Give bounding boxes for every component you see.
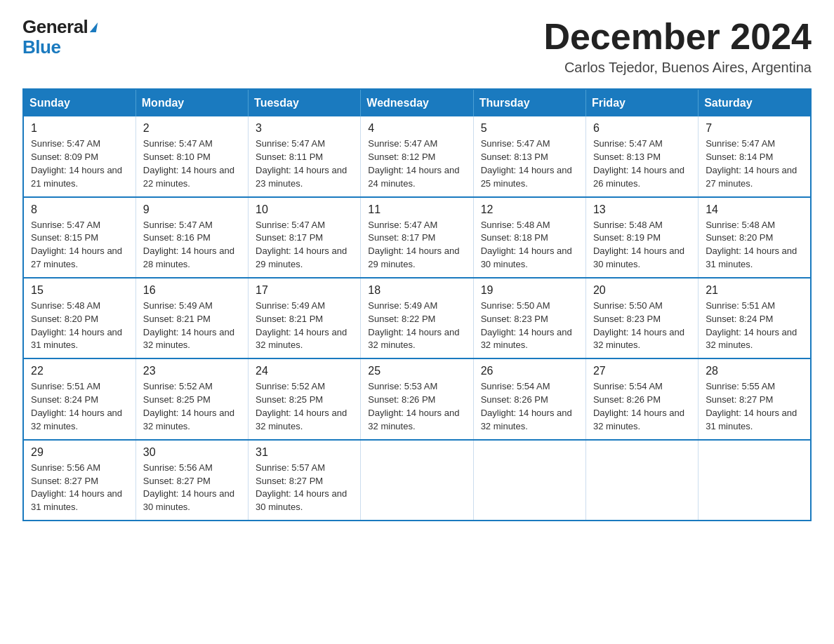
day-info: Sunrise: 5:48 AM Sunset: 8:18 PM Dayligh…: [481, 219, 578, 271]
calendar-cell: 27 Sunrise: 5:54 AM Sunset: 8:26 PM Dayl…: [585, 358, 698, 439]
weekday-header-thursday: Thursday: [473, 89, 585, 116]
day-info: Sunrise: 5:48 AM Sunset: 8:19 PM Dayligh…: [593, 219, 691, 271]
calendar-week-4: 22 Sunrise: 5:51 AM Sunset: 8:24 PM Dayl…: [23, 358, 811, 439]
page-header: General Blue December 2024 Carlos Tejedo…: [22, 17, 812, 76]
calendar-table: SundayMondayTuesdayWednesdayThursdayFrid…: [22, 88, 812, 521]
day-info: Sunrise: 5:50 AM Sunset: 8:23 PM Dayligh…: [593, 300, 691, 352]
day-number: 11: [368, 203, 465, 216]
day-number: 27: [593, 365, 691, 377]
day-number: 8: [31, 203, 128, 216]
day-info: Sunrise: 5:51 AM Sunset: 8:24 PM Dayligh…: [31, 380, 128, 433]
day-info: Sunrise: 5:47 AM Sunset: 8:12 PM Dayligh…: [368, 137, 465, 190]
calendar-cell: 2 Sunrise: 5:47 AM Sunset: 8:10 PM Dayli…: [135, 116, 248, 196]
calendar-cell: 26 Sunrise: 5:54 AM Sunset: 8:26 PM Dayl…: [473, 358, 585, 439]
calendar-cell: 4 Sunrise: 5:47 AM Sunset: 8:12 PM Dayli…: [361, 116, 473, 196]
day-info: Sunrise: 5:47 AM Sunset: 8:17 PM Dayligh…: [368, 219, 465, 271]
calendar-cell: 1 Sunrise: 5:47 AM Sunset: 8:09 PM Dayli…: [23, 116, 135, 196]
day-number: 15: [31, 284, 128, 297]
day-number: 7: [706, 122, 803, 135]
calendar-cell: 12 Sunrise: 5:48 AM Sunset: 8:18 PM Dayl…: [473, 197, 585, 278]
day-info: Sunrise: 5:54 AM Sunset: 8:26 PM Dayligh…: [481, 380, 578, 433]
day-number: 29: [31, 446, 128, 459]
day-number: 31: [256, 446, 353, 459]
day-number: 20: [593, 284, 691, 297]
location: Carlos Tejedor, Buenos Aires, Argentina: [543, 60, 812, 76]
calendar-cell: 10 Sunrise: 5:47 AM Sunset: 8:17 PM Dayl…: [249, 197, 361, 278]
day-info: Sunrise: 5:48 AM Sunset: 8:20 PM Dayligh…: [706, 219, 803, 271]
day-number: 4: [368, 122, 465, 135]
calendar-cell: 16 Sunrise: 5:49 AM Sunset: 8:21 PM Dayl…: [135, 278, 248, 358]
day-info: Sunrise: 5:47 AM Sunset: 8:09 PM Dayligh…: [31, 137, 128, 190]
calendar-header-row: SundayMondayTuesdayWednesdayThursdayFrid…: [23, 89, 811, 116]
calendar-cell: 7 Sunrise: 5:47 AM Sunset: 8:14 PM Dayli…: [699, 116, 811, 196]
calendar-cell: [699, 440, 811, 521]
calendar-cell: 8 Sunrise: 5:47 AM Sunset: 8:15 PM Dayli…: [23, 197, 135, 278]
calendar-cell: 15 Sunrise: 5:48 AM Sunset: 8:20 PM Dayl…: [23, 278, 135, 358]
weekday-header-saturday: Saturday: [699, 89, 811, 116]
calendar-cell: 9 Sunrise: 5:47 AM Sunset: 8:16 PM Dayli…: [135, 197, 248, 278]
calendar-cell: 30 Sunrise: 5:56 AM Sunset: 8:27 PM Dayl…: [135, 440, 248, 521]
calendar-cell: 28 Sunrise: 5:55 AM Sunset: 8:27 PM Dayl…: [699, 358, 811, 439]
day-number: 9: [143, 203, 241, 216]
day-number: 3: [256, 122, 353, 135]
month-title: December 2024: [543, 17, 812, 57]
logo-general-text: General: [22, 17, 97, 37]
logo-blue-text: Blue: [22, 37, 60, 58]
day-info: Sunrise: 5:47 AM Sunset: 8:13 PM Dayligh…: [481, 137, 578, 190]
day-number: 16: [143, 284, 241, 297]
calendar-cell: 11 Sunrise: 5:47 AM Sunset: 8:17 PM Dayl…: [361, 197, 473, 278]
day-info: Sunrise: 5:56 AM Sunset: 8:27 PM Dayligh…: [143, 462, 241, 514]
day-number: 6: [593, 122, 691, 135]
calendar-cell: 21 Sunrise: 5:51 AM Sunset: 8:24 PM Dayl…: [699, 278, 811, 358]
day-info: Sunrise: 5:52 AM Sunset: 8:25 PM Dayligh…: [256, 380, 353, 433]
weekday-header-sunday: Sunday: [23, 89, 135, 116]
day-number: 5: [481, 122, 578, 135]
logo: General Blue: [22, 17, 97, 57]
weekday-header-wednesday: Wednesday: [361, 89, 473, 116]
calendar-cell: 31 Sunrise: 5:57 AM Sunset: 8:27 PM Dayl…: [249, 440, 361, 521]
calendar-cell: 20 Sunrise: 5:50 AM Sunset: 8:23 PM Dayl…: [585, 278, 698, 358]
day-info: Sunrise: 5:51 AM Sunset: 8:24 PM Dayligh…: [706, 300, 803, 352]
day-info: Sunrise: 5:47 AM Sunset: 8:14 PM Dayligh…: [706, 137, 803, 190]
day-number: 19: [481, 284, 578, 297]
calendar-cell: 13 Sunrise: 5:48 AM Sunset: 8:19 PM Dayl…: [585, 197, 698, 278]
calendar-cell: 3 Sunrise: 5:47 AM Sunset: 8:11 PM Dayli…: [249, 116, 361, 196]
calendar-cell: 5 Sunrise: 5:47 AM Sunset: 8:13 PM Dayli…: [473, 116, 585, 196]
day-info: Sunrise: 5:49 AM Sunset: 8:22 PM Dayligh…: [368, 300, 465, 352]
day-info: Sunrise: 5:52 AM Sunset: 8:25 PM Dayligh…: [143, 380, 241, 433]
day-number: 14: [706, 203, 803, 216]
day-info: Sunrise: 5:56 AM Sunset: 8:27 PM Dayligh…: [31, 462, 128, 514]
calendar-cell: 14 Sunrise: 5:48 AM Sunset: 8:20 PM Dayl…: [699, 197, 811, 278]
day-number: 26: [481, 365, 578, 377]
day-info: Sunrise: 5:49 AM Sunset: 8:21 PM Dayligh…: [143, 300, 241, 352]
day-info: Sunrise: 5:48 AM Sunset: 8:20 PM Dayligh…: [31, 300, 128, 352]
weekday-header-monday: Monday: [135, 89, 248, 116]
calendar-cell: 17 Sunrise: 5:49 AM Sunset: 8:21 PM Dayl…: [249, 278, 361, 358]
day-number: 21: [706, 284, 803, 297]
day-info: Sunrise: 5:53 AM Sunset: 8:26 PM Dayligh…: [368, 380, 465, 433]
day-number: 2: [143, 122, 241, 135]
calendar-cell: 19 Sunrise: 5:50 AM Sunset: 8:23 PM Dayl…: [473, 278, 585, 358]
weekday-header-tuesday: Tuesday: [249, 89, 361, 116]
day-number: 10: [256, 203, 353, 216]
calendar-week-5: 29 Sunrise: 5:56 AM Sunset: 8:27 PM Dayl…: [23, 440, 811, 521]
calendar-cell: [361, 440, 473, 521]
calendar-cell: 6 Sunrise: 5:47 AM Sunset: 8:13 PM Dayli…: [585, 116, 698, 196]
day-info: Sunrise: 5:47 AM Sunset: 8:15 PM Dayligh…: [31, 219, 128, 271]
calendar-cell: 29 Sunrise: 5:56 AM Sunset: 8:27 PM Dayl…: [23, 440, 135, 521]
day-number: 1: [31, 122, 128, 135]
day-info: Sunrise: 5:47 AM Sunset: 8:11 PM Dayligh…: [256, 137, 353, 190]
day-number: 30: [143, 446, 241, 459]
day-number: 22: [31, 365, 128, 377]
day-info: Sunrise: 5:54 AM Sunset: 8:26 PM Dayligh…: [593, 380, 691, 433]
day-number: 23: [143, 365, 241, 377]
calendar-cell: [585, 440, 698, 521]
calendar-cell: 23 Sunrise: 5:52 AM Sunset: 8:25 PM Dayl…: [135, 358, 248, 439]
day-number: 12: [481, 203, 578, 216]
day-info: Sunrise: 5:55 AM Sunset: 8:27 PM Dayligh…: [706, 380, 803, 433]
day-number: 28: [706, 365, 803, 377]
calendar-cell: 18 Sunrise: 5:49 AM Sunset: 8:22 PM Dayl…: [361, 278, 473, 358]
day-info: Sunrise: 5:47 AM Sunset: 8:16 PM Dayligh…: [143, 219, 241, 271]
day-info: Sunrise: 5:50 AM Sunset: 8:23 PM Dayligh…: [481, 300, 578, 352]
calendar-week-2: 8 Sunrise: 5:47 AM Sunset: 8:15 PM Dayli…: [23, 197, 811, 278]
